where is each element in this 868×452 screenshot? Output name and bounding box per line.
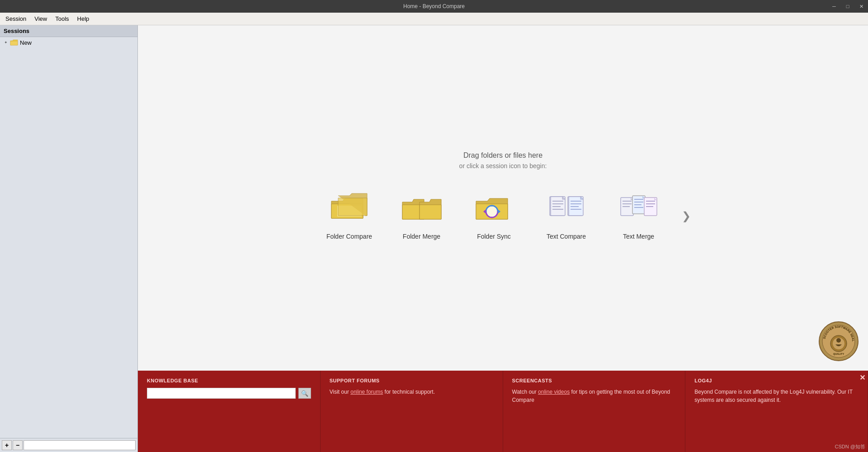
menu-tools[interactable]: Tools [52, 14, 72, 23]
screencasts-link[interactable]: online videos [538, 389, 570, 395]
content-main: Drag folders or files here or click a se… [138, 25, 868, 371]
sidebar-toolbar: + − [0, 438, 137, 452]
folder-icon-small [10, 39, 18, 46]
footer-screencasts: SCREENCASTS Watch our online videos for … [503, 371, 686, 452]
tree-item-label: New [20, 39, 32, 46]
folder-compare-icon [329, 192, 370, 228]
content-area: Drag folders or files here or click a se… [138, 25, 868, 452]
kb-search-input[interactable] [147, 388, 296, 399]
folder-compare-label: Folder Compare [326, 233, 372, 240]
menu-help[interactable]: Help [74, 14, 93, 23]
footer-screencasts-title: SCREENCASTS [512, 378, 676, 383]
footer-kb-title: KNOWLEDGE BASE [147, 378, 311, 383]
svg-text:QUALITY: QUALITY [833, 353, 844, 355]
scroll-right-button[interactable]: ❯ [679, 209, 693, 223]
drag-hint-secondary: or click a session icon to begin: [459, 162, 547, 170]
text-compare-label: Text Compare [547, 233, 586, 240]
session-icons-row: Folder Compare Folder Merge [313, 188, 693, 245]
session-search-input[interactable] [24, 440, 136, 450]
session-icon-folder-sync[interactable]: Folder Sync [458, 188, 530, 245]
menu-session[interactable]: Session [2, 14, 30, 23]
tree-expander[interactable]: + [3, 39, 9, 46]
menubar: Session View Tools Help [0, 13, 868, 25]
sidebar: Sessions + New + − [0, 25, 138, 452]
scooter-seal: SCOOTER SOFTWARE SEAL QUALITY [818, 321, 859, 362]
close-window-button[interactable]: ✕ [854, 0, 868, 13]
session-icon-text-merge[interactable]: Text Merge [603, 188, 675, 245]
footer-support-forums: SUPPORT FORUMS Visit our online forums f… [321, 371, 503, 452]
add-session-button[interactable]: + [2, 440, 12, 450]
drag-hint-primary: Drag folders or files here [459, 151, 547, 160]
tree-item-new[interactable]: + New [1, 38, 137, 47]
watermark: CSDN @知答 [835, 443, 865, 450]
session-icon-folder-merge[interactable]: Folder Merge [386, 188, 458, 245]
kb-search-button[interactable]: 🔍 [298, 388, 311, 399]
footer-knowledge-base: KNOWLEDGE BASE 🔍 [138, 371, 321, 452]
text-merge-label: Text Merge [623, 233, 654, 240]
kb-search-row: 🔍 [147, 388, 311, 399]
titlebar-controls: ─ □ ✕ [827, 0, 868, 13]
drag-hint: Drag folders or files here or click a se… [459, 151, 547, 170]
remove-session-button[interactable]: − [13, 440, 23, 450]
folder-sync-icon [474, 192, 514, 228]
sessions-header: Sessions [0, 25, 137, 37]
maximize-button[interactable]: □ [841, 0, 854, 13]
folder-merge-label: Folder Merge [403, 233, 440, 240]
footer-banner: KNOWLEDGE BASE 🔍 SUPPORT FORUMS Visit ou… [138, 371, 868, 452]
text-compare-icon [546, 192, 587, 228]
menu-view[interactable]: View [31, 14, 51, 23]
footer-log4j: LOG4J Beyond Compare is not affected by … [685, 371, 868, 452]
session-icon-text-compare[interactable]: Text Compare [530, 188, 603, 245]
main-layout: Sessions + New + − Drag folder [0, 25, 868, 452]
text-merge-icon [618, 192, 659, 228]
footer-screencasts-text: Watch our online videos for tips on gett… [512, 388, 676, 404]
titlebar-title: Home - Beyond Compare [403, 3, 465, 9]
footer-log4j-text: Beyond Compare is not affected by the Lo… [694, 388, 859, 404]
svg-point-33 [836, 338, 841, 343]
close-footer-button[interactable]: ✕ [859, 373, 865, 382]
forums-link[interactable]: online forums [350, 389, 383, 395]
session-icon-folder-compare[interactable]: Folder Compare [313, 188, 386, 245]
footer-log4j-title: LOG4J [694, 378, 859, 383]
minimize-button[interactable]: ─ [827, 0, 841, 13]
sessions-tree: + New [0, 37, 137, 438]
folder-merge-icon [401, 192, 442, 228]
footer-forums-text: Visit our online forums for technical su… [330, 388, 494, 396]
folder-sync-label: Folder Sync [477, 233, 511, 240]
titlebar: Home - Beyond Compare ─ □ ✕ [0, 0, 868, 13]
footer-forums-title: SUPPORT FORUMS [330, 378, 494, 383]
